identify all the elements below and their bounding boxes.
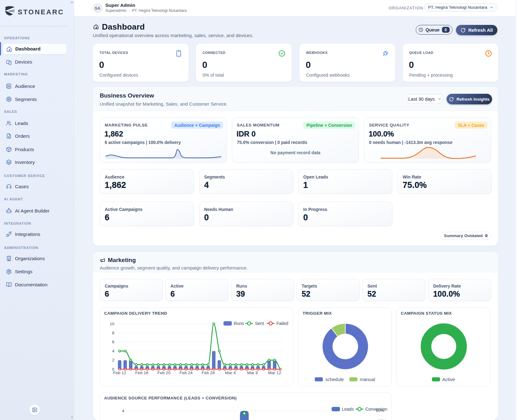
- svg-text:10: 10: [110, 322, 114, 326]
- svg-text:Feb 24: Feb 24: [180, 370, 193, 375]
- svg-text:Feb 28: Feb 28: [202, 370, 215, 375]
- svg-text:4: 4: [122, 408, 124, 413]
- svg-text:Failed: Failed: [276, 321, 288, 326]
- svg-text:3: 3: [122, 419, 124, 420]
- svg-text:2: 2: [112, 358, 114, 362]
- svg-text:Feb 16: Feb 16: [135, 370, 148, 375]
- svg-text:Conversion: Conversion: [365, 407, 387, 412]
- svg-text:6: 6: [112, 340, 114, 344]
- svg-text:Mar 4: Mar 4: [225, 370, 236, 375]
- svg-text:4: 4: [112, 349, 114, 353]
- svg-text:Mar 8: Mar 8: [247, 370, 258, 375]
- svg-text:Runs: Runs: [234, 321, 244, 326]
- svg-text:Mar 12: Mar 12: [268, 370, 281, 375]
- svg-text:Leads: Leads: [342, 407, 354, 412]
- svg-text:Sent: Sent: [255, 321, 264, 326]
- svg-text:8: 8: [112, 331, 114, 335]
- svg-text:Feb 12: Feb 12: [113, 370, 126, 375]
- svg-text:60%: 60%: [378, 419, 386, 420]
- svg-text:Feb 20: Feb 20: [157, 370, 170, 375]
